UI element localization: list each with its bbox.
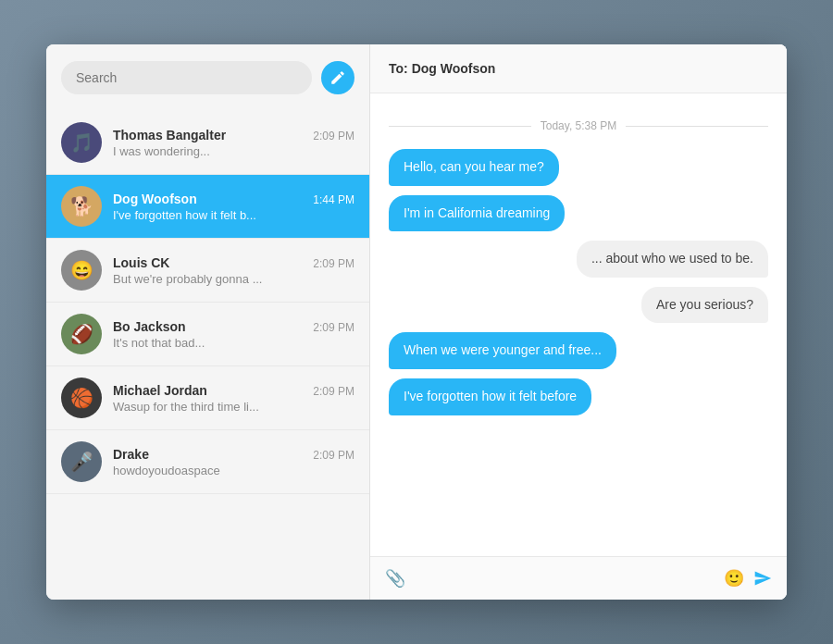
conv-top-dog: Dog Woofson1:44 PM <box>113 192 354 206</box>
conversation-item-louis[interactable]: 😄Louis CK2:09 PMBut we're probably gonna… <box>46 239 369 303</box>
conv-name-louis: Louis CK <box>113 255 169 270</box>
conversation-item-dog[interactable]: 🐕Dog Woofson1:44 PMI've forgotten how it… <box>46 175 369 239</box>
chat-recipient: Dog Woofson <box>412 61 496 76</box>
conv-time-drake: 2:09 PM <box>313 449 354 462</box>
search-input[interactable] <box>61 61 312 94</box>
chat-area: To: Dog Woofson Today, 5:38 PMHello, can… <box>370 44 787 600</box>
emoji-icon: 🙂 <box>724 568 744 588</box>
conversation-list: 🎵Thomas Bangalter2:09 PMI was wondering.… <box>46 111 369 600</box>
conv-time-dog: 1:44 PM <box>313 193 354 206</box>
conv-top-thomas: Thomas Bangalter2:09 PM <box>113 128 354 142</box>
conv-info-drake: Drake2:09 PMhowdoyoudoaspace <box>113 447 354 477</box>
attach-icon: 📎 <box>385 568 405 588</box>
chat-input-area: 📎 🙂 <box>370 556 787 600</box>
conv-preview-michael: Wasup for the third time li... <box>113 400 354 414</box>
divider-line-left <box>389 126 531 127</box>
conv-top-michael: Michael Jordan2:09 PM <box>113 383 354 398</box>
conv-preview-louis: But we're probably gonna ... <box>113 272 354 286</box>
avatar-thomas: 🎵 <box>61 122 102 163</box>
message-bubble-1: I'm in California dreaming <box>389 195 565 232</box>
attach-button[interactable]: 📎 <box>385 568 405 588</box>
search-input-wrapper <box>61 61 312 94</box>
app-window: 🎵Thomas Bangalter2:09 PMI was wondering.… <box>46 44 787 600</box>
conv-name-bo: Bo Jackson <box>113 319 186 334</box>
conv-top-louis: Louis CK2:09 PM <box>113 255 354 270</box>
chat-messages: Today, 5:38 PMHello, can you hear me?I'm… <box>370 93 787 556</box>
divider-line-right <box>626 126 768 127</box>
chat-header: To: Dog Woofson <box>370 44 787 93</box>
time-divider: Today, 5:38 PM <box>389 119 768 132</box>
conv-preview-bo: It's not that bad... <box>113 336 354 350</box>
chat-header-prefix: To: <box>389 61 412 76</box>
message-bubble-5: I've forgotten how it felt before <box>389 378 591 415</box>
conv-name-dog: Dog Woofson <box>113 192 197 206</box>
sidebar: 🎵Thomas Bangalter2:09 PMI was wondering.… <box>46 44 370 600</box>
avatar-drake: 🎤 <box>61 441 102 482</box>
conversation-item-bo[interactable]: 🏈Bo Jackson2:09 PMIt's not that bad... <box>46 303 369 366</box>
message-bubble-4: When we were younger and free... <box>389 332 616 369</box>
conv-name-michael: Michael Jordan <box>113 383 207 398</box>
send-icon <box>753 569 772 588</box>
chat-input[interactable] <box>415 571 715 586</box>
conv-info-michael: Michael Jordan2:09 PMWasup for the third… <box>113 383 354 414</box>
compose-icon <box>329 69 346 86</box>
conversation-item-michael[interactable]: 🏀Michael Jordan2:09 PMWasup for the thir… <box>46 366 369 430</box>
message-bubble-3: Are you serious? <box>641 287 768 324</box>
message-bubble-0: Hello, can you hear me? <box>389 149 559 186</box>
conv-preview-thomas: I was wondering... <box>113 144 354 158</box>
conv-time-louis: 2:09 PM <box>313 257 354 270</box>
message-bubble-2: ... about who we used to be. <box>577 241 768 278</box>
conv-time-thomas: 2:09 PM <box>313 130 354 142</box>
conv-preview-dog: I've forgotten how it felt b... <box>113 208 354 222</box>
time-divider-text: Today, 5:38 PM <box>541 119 617 132</box>
send-button[interactable] <box>753 569 772 588</box>
conv-time-bo: 2:09 PM <box>313 321 354 334</box>
conv-preview-drake: howdoyoudoaspace <box>113 464 354 477</box>
emoji-button[interactable]: 🙂 <box>724 568 744 588</box>
avatar-dog: 🐕 <box>61 186 102 227</box>
sidebar-header <box>46 44 369 111</box>
conv-info-louis: Louis CK2:09 PMBut we're probably gonna … <box>113 255 354 286</box>
avatar-michael: 🏀 <box>61 378 102 418</box>
avatar-louis: 😄 <box>61 250 102 291</box>
conv-time-michael: 2:09 PM <box>313 385 354 398</box>
new-chat-button[interactable] <box>321 61 354 94</box>
conv-info-dog: Dog Woofson1:44 PMI've forgotten how it … <box>113 192 354 222</box>
conv-name-drake: Drake <box>113 447 149 462</box>
conv-top-drake: Drake2:09 PM <box>113 447 354 462</box>
conversation-item-drake[interactable]: 🎤Drake2:09 PMhowdoyoudoaspace <box>46 430 369 494</box>
conv-info-bo: Bo Jackson2:09 PMIt's not that bad... <box>113 319 354 350</box>
conversation-item-thomas[interactable]: 🎵Thomas Bangalter2:09 PMI was wondering.… <box>46 111 369 175</box>
avatar-bo: 🏈 <box>61 314 102 354</box>
conv-name-thomas: Thomas Bangalter <box>113 128 226 142</box>
conv-info-thomas: Thomas Bangalter2:09 PMI was wondering..… <box>113 128 354 158</box>
conv-top-bo: Bo Jackson2:09 PM <box>113 319 354 334</box>
